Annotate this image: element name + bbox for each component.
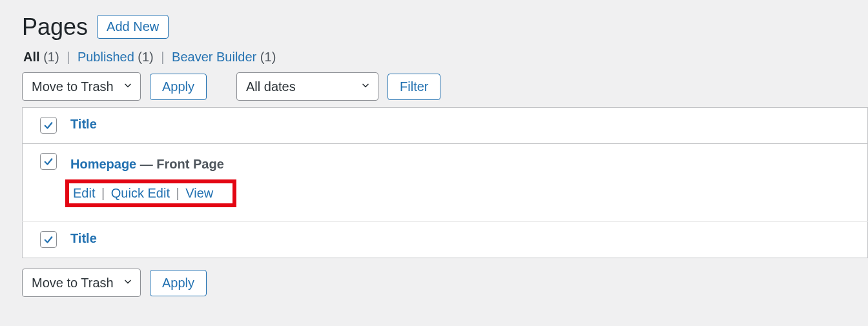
bulk-action-select-bottom[interactable]: Move to Trash [22, 269, 141, 297]
tablenav-top: Move to Trash Apply All dates Filter [22, 72, 868, 101]
filter-bb-label: Beaver Builder [172, 50, 256, 64]
row-action-quick-edit[interactable]: Quick Edit [111, 186, 170, 200]
bulk-apply-button[interactable]: Apply [150, 74, 207, 100]
page-title: Pages [22, 13, 88, 41]
filter-all-label: All [23, 50, 40, 64]
select-all-checkbox-bottom[interactable] [40, 231, 57, 248]
row-title-link[interactable]: Homepage [70, 157, 136, 171]
filter-published-count: (1) [138, 50, 153, 64]
column-title-footer[interactable]: Title [70, 231, 97, 245]
separator: | [67, 50, 70, 64]
row-title-suffix: — Front Page [136, 157, 224, 171]
filter-published-label: Published [78, 50, 134, 64]
filter-all[interactable]: All (1) [23, 50, 63, 64]
filter-all-count: (1) [43, 50, 59, 64]
select-all-checkbox[interactable] [40, 117, 57, 134]
filter-button[interactable]: Filter [388, 74, 440, 100]
bulk-action-select[interactable]: Move to Trash [22, 72, 141, 101]
separator: | [101, 186, 105, 200]
column-title-header[interactable]: Title [70, 117, 97, 131]
row-action-edit[interactable]: Edit [73, 186, 95, 200]
status-filter-links: All (1) | Published (1) | Beaver Builder… [23, 50, 868, 65]
date-filter-select[interactable]: All dates [236, 72, 378, 101]
row-actions-highlight: Edit | Quick Edit | View [65, 179, 236, 207]
filter-published[interactable]: Published [78, 50, 138, 64]
separator: | [176, 186, 180, 200]
filter-bb-count: (1) [260, 50, 276, 64]
filter-beaver-builder[interactable]: Beaver Builder [172, 50, 260, 64]
tablenav-bottom: Move to Trash Apply [22, 269, 868, 297]
row-action-view[interactable]: View [185, 186, 213, 200]
bulk-apply-button-bottom[interactable]: Apply [150, 270, 207, 296]
separator: | [161, 50, 164, 64]
table-row: Homepage — Front Page Edit | Quick Edit … [23, 144, 868, 222]
row-checkbox[interactable] [40, 153, 57, 170]
pages-table: Title Homepage — Front Page Edit | Quick… [22, 107, 868, 258]
add-new-button[interactable]: Add New [97, 15, 169, 39]
